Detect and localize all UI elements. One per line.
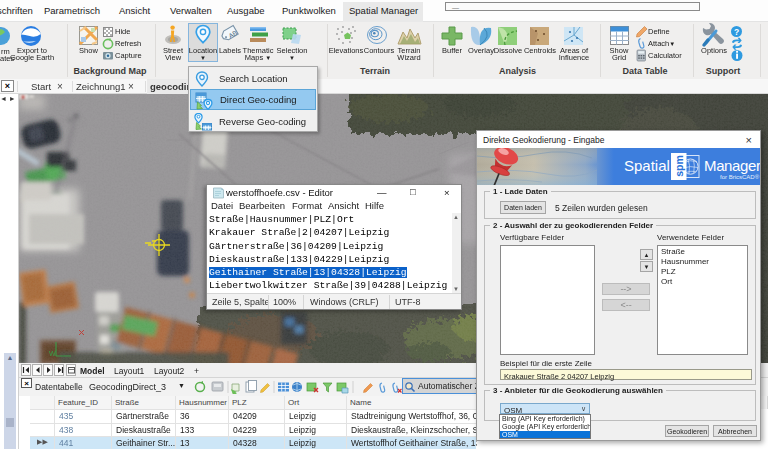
svg-text:?: ? [734,27,739,37]
svg-text:Manager: Manager [704,157,760,174]
svg-text:spm: spm [673,155,685,177]
svg-text:Spatial: Spatial [624,157,670,174]
svg-text:W: W [49,350,56,357]
svg-text:for BricsCAD®: for BricsCAD® [720,174,760,180]
